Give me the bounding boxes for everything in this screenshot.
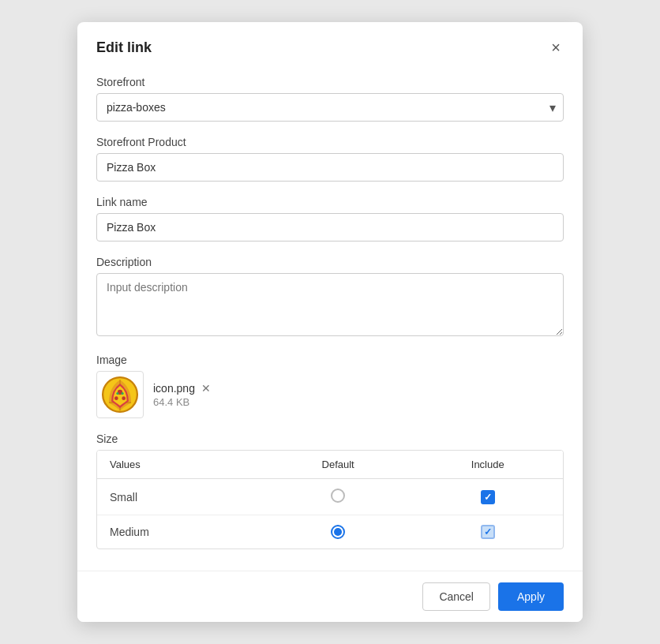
image-thumbnail (96, 371, 144, 418)
edit-link-modal: Edit link × Storefront pizza-boxes ▾ Sto… (77, 22, 583, 622)
svg-point-6 (116, 392, 118, 395)
storefront-label: Storefront (96, 76, 564, 88)
svg-point-4 (122, 396, 126, 400)
small-include-cell: ✓ (412, 479, 563, 515)
link-name-input[interactable] (96, 213, 564, 242)
close-button[interactable]: × (548, 38, 564, 57)
size-table-header-row: Values Default Include (97, 451, 563, 479)
storefront-select[interactable]: pizza-boxes (96, 93, 564, 122)
image-label: Image (96, 354, 564, 366)
size-table: Values Default Include Small (96, 450, 564, 549)
storefront-group: Storefront pizza-boxes ▾ (96, 76, 564, 122)
table-row: Small ✓ (97, 479, 563, 515)
image-preview: icon.png ✕ 64.4 KB (96, 371, 564, 418)
modal-overlay: Edit link × Storefront pizza-boxes ▾ Sto… (0, 0, 660, 644)
medium-default-cell (264, 515, 413, 549)
size-label: Size (96, 432, 564, 445)
modal-body: Storefront pizza-boxes ▾ Storefront Prod… (77, 69, 583, 571)
modal-header: Edit link × (77, 22, 583, 69)
medium-include-checkbox[interactable]: ✓ (481, 525, 495, 539)
size-value-medium: Medium (97, 515, 264, 549)
description-group: Description (96, 256, 564, 339)
modal-footer: Cancel Apply (77, 571, 583, 622)
image-info: icon.png ✕ 64.4 KB (153, 382, 211, 408)
checkmark-icon: ✓ (484, 527, 492, 537)
image-size: 64.4 KB (153, 396, 211, 408)
table-row: Medium ✓ (97, 515, 563, 549)
radio-inner-dot (334, 528, 342, 536)
image-group: Image (96, 354, 564, 418)
link-name-group: Link name (96, 196, 564, 242)
link-name-label: Link name (96, 196, 564, 208)
image-remove-button[interactable]: ✕ (201, 383, 211, 394)
size-group: Size Values Default Include Small (96, 432, 564, 549)
svg-point-7 (122, 392, 124, 395)
cancel-button[interactable]: Cancel (422, 582, 490, 611)
small-default-cell (264, 479, 413, 515)
col-default: Default (264, 451, 413, 479)
apply-button[interactable]: Apply (498, 582, 564, 611)
description-label: Description (96, 256, 564, 268)
col-include: Include (412, 451, 563, 479)
description-textarea[interactable] (96, 273, 564, 336)
small-include-checkbox[interactable]: ✓ (481, 490, 495, 504)
svg-point-5 (114, 396, 118, 400)
storefront-product-input[interactable] (96, 153, 564, 182)
storefront-product-group: Storefront Product (96, 136, 564, 182)
small-default-radio[interactable] (331, 489, 345, 503)
image-filename: icon.png (153, 382, 195, 395)
storefront-product-label: Storefront Product (96, 136, 564, 148)
modal-title: Edit link (96, 39, 152, 56)
pizza-icon (100, 375, 140, 414)
medium-include-cell: ✓ (412, 515, 563, 549)
size-value-small: Small (97, 479, 264, 515)
checkmark-icon: ✓ (484, 492, 492, 502)
storefront-select-wrapper: pizza-boxes ▾ (96, 93, 564, 122)
col-values: Values (97, 451, 264, 479)
image-name-row: icon.png ✕ (153, 382, 211, 395)
medium-default-radio[interactable] (331, 525, 345, 539)
